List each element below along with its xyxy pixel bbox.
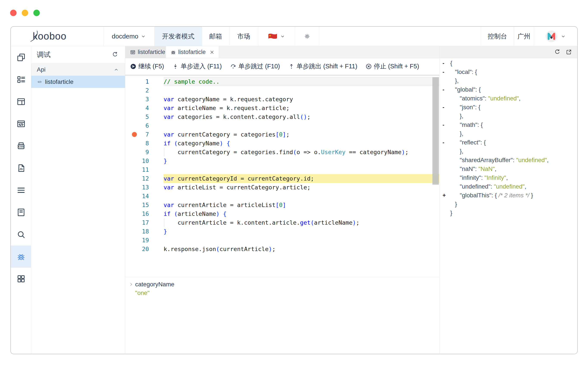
collapse-icon[interactable]: -	[443, 69, 450, 75]
collapse-icon[interactable]: -	[443, 139, 450, 146]
nav-developer-mode[interactable]: 开发者模式	[154, 27, 202, 46]
sidebar-item-form[interactable]	[11, 201, 31, 223]
collapse-icon[interactable]: -	[443, 86, 450, 93]
breakpoint-gutter[interactable]	[125, 104, 137, 112]
breakpoint-gutter[interactable]	[125, 139, 137, 148]
sidebar-item-pages[interactable]	[11, 46, 31, 68]
step-out-button[interactable]: 单步跳出 (Shift + F11)	[288, 62, 357, 71]
breakpoint-gutter[interactable]	[125, 130, 137, 139]
editor-scrollbar[interactable]	[432, 77, 439, 185]
collapse-icon[interactable]: -	[443, 60, 450, 66]
step-into-button[interactable]: 单步进入 (F11)	[172, 62, 222, 71]
refresh-icon[interactable]	[112, 51, 119, 58]
collapse-icon[interactable]: -	[443, 104, 450, 111]
breakpoint-gutter[interactable]	[125, 165, 137, 174]
step-over-button[interactable]: 单步跳过 (F10)	[230, 62, 280, 71]
breakpoint-gutter[interactable]	[125, 236, 137, 245]
code-line: 1// sample code..	[125, 77, 439, 86]
kooboo-logo[interactable]: kooboo	[11, 27, 103, 46]
refresh-icon[interactable]	[554, 49, 561, 56]
code-line: 17 currentArticle = k.content.article.ge…	[125, 218, 439, 227]
breakpoint-gutter[interactable]	[125, 218, 137, 227]
sidebar-item-script[interactable]: JS	[11, 157, 31, 179]
sidebar-item-content[interactable]	[11, 68, 31, 91]
sidebar-item-debug[interactable]	[11, 246, 31, 268]
continue-button[interactable]: 继续 (F5)	[130, 62, 164, 71]
breakpoint-dot[interactable]	[132, 132, 137, 137]
tab-listofarticle-debug[interactable]: listofarticle	[166, 46, 219, 58]
code-line: 16if (articleName) {	[125, 209, 439, 218]
theme-toggle[interactable]	[295, 27, 319, 46]
console-expression-row[interactable]: categoryName	[128, 280, 439, 289]
code-line: 7var currentCategory = categories[0];	[125, 130, 439, 139]
code-line: 6	[125, 121, 439, 130]
variable-row: "naN": "NaN",	[440, 164, 577, 173]
tab-label: listofarticle	[178, 49, 206, 56]
code-line-content	[164, 192, 439, 201]
sidebar-item-search[interactable]	[11, 223, 31, 246]
variable-row: }	[440, 209, 577, 217]
code-line-content: var articleName = k.request.article;	[164, 104, 439, 112]
code-line-content: var currentArticle = articleList[0]	[164, 201, 439, 209]
code-editor: 1// sample code..23var categoryName = k.…	[125, 77, 439, 277]
menu-icon	[16, 185, 26, 195]
close-window-button[interactable]	[10, 10, 17, 16]
nav-market[interactable]: 市场	[229, 27, 258, 46]
breakpoint-gutter[interactable]	[125, 121, 137, 130]
variables-toolbar	[440, 46, 577, 58]
tab-listofarticle-code[interactable]: listofarticle	[125, 46, 166, 58]
minimize-window-button[interactable]	[22, 10, 28, 16]
breakpoint-gutter[interactable]	[125, 174, 137, 183]
breakpoint-gutter[interactable]	[125, 86, 137, 95]
breakpoint-gutter[interactable]	[125, 95, 137, 104]
variable-row: },	[440, 76, 577, 85]
line-number: 1	[137, 78, 149, 85]
debug-side-panel: 调试 Api listofarticle	[31, 46, 125, 354]
sidebar-item-css[interactable]: CSS	[11, 135, 31, 157]
variable-row: -"reflect": {	[440, 138, 577, 147]
language-selector[interactable]	[258, 27, 295, 46]
sidebar-item-modules[interactable]	[11, 268, 31, 290]
zoom-window-button[interactable]	[33, 10, 40, 16]
continue-icon	[130, 63, 137, 70]
nav-console[interactable]: 控制台	[481, 27, 514, 46]
expand-icon[interactable]: +	[443, 192, 450, 199]
debug-icon	[16, 252, 26, 261]
breakpoint-gutter[interactable]	[125, 156, 137, 165]
nav-mail[interactable]: 邮箱	[202, 27, 229, 46]
sidebar-item-label: listofarticle	[45, 78, 73, 85]
stop-button[interactable]: 停止 (Shift + F5)	[365, 62, 419, 71]
account-menu[interactable]	[534, 27, 577, 46]
sun-icon	[304, 34, 310, 39]
line-number: 8	[137, 140, 149, 147]
variable-row: "undefined": "undefined",	[440, 182, 577, 191]
line-number: 16	[137, 211, 149, 217]
variable-row: },	[440, 147, 577, 156]
chevron-right-icon[interactable]	[128, 282, 134, 287]
breakpoint-gutter[interactable]	[125, 227, 137, 236]
sidebar-item-listofarticle[interactable]: listofarticle	[31, 76, 125, 88]
code-line: 11	[125, 165, 439, 174]
collapse-icon[interactable]: -	[443, 121, 450, 128]
breakpoint-gutter[interactable]	[125, 192, 137, 201]
breakpoint-gutter[interactable]	[125, 183, 137, 192]
variable-row: -"local": {	[440, 68, 577, 76]
breakpoint-gutter[interactable]	[125, 112, 137, 121]
sidebar-item-code[interactable]	[11, 113, 31, 135]
open-external-icon[interactable]	[566, 49, 573, 56]
breakpoint-gutter[interactable]	[125, 201, 137, 209]
breakpoint-gutter[interactable]	[125, 209, 137, 218]
sidebar-item-layout[interactable]	[11, 91, 31, 113]
line-number: 18	[137, 228, 149, 235]
site-selector[interactable]: docdemo	[103, 27, 154, 46]
api-section-header[interactable]: Api	[31, 63, 125, 76]
breakpoint-gutter[interactable]	[125, 77, 137, 86]
breakpoint-gutter[interactable]	[125, 148, 137, 156]
sidebar-item-menu[interactable]	[11, 179, 31, 201]
close-icon[interactable]	[209, 49, 215, 55]
code-line: 19	[125, 236, 439, 245]
code-line: 18}	[125, 227, 439, 236]
breakpoint-gutter[interactable]	[125, 245, 137, 253]
nav-region[interactable]: 广州	[514, 27, 534, 46]
line-number: 7	[137, 131, 149, 138]
